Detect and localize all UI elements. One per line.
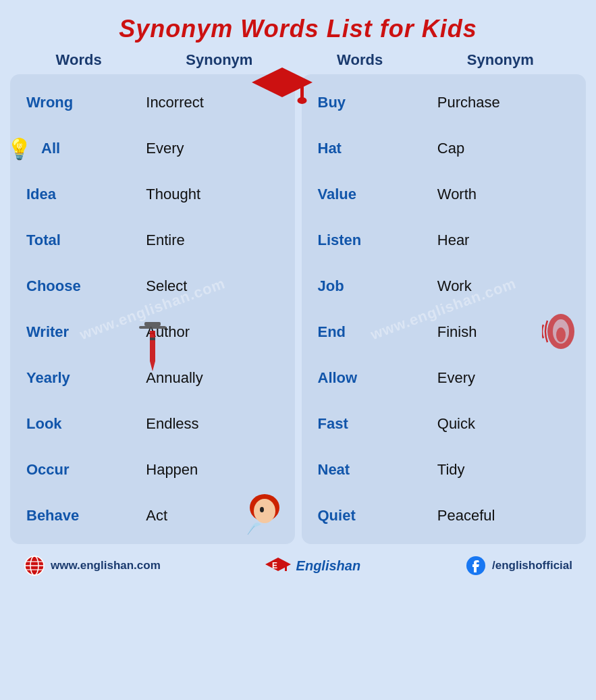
word-cell: Buy [313,94,431,111]
word-cell: Wrong [21,94,139,111]
synonym-cell: Purchase [431,94,575,111]
social-text: /englishofficial [492,559,572,572]
table-row: Writer Author [10,309,295,355]
table-row: Fast Quick [302,401,587,447]
synonym-cell: Act [139,507,283,524]
synonym-cell: Thought [139,186,283,203]
header-words-right: Words [298,51,421,69]
table-row: Behave Act [10,493,295,539]
synonym-cell: Select [139,277,283,295]
right-table: www.englishan.com Buy Purchase Hat Cap V… [302,74,587,544]
table-row: Choose Select [10,263,295,309]
word-cell: Look [21,415,139,433]
word-cell: Value [313,186,431,203]
synonym-cell: Cap [431,140,575,157]
table-row: Yearly Annually [10,355,295,401]
table-row: Quiet Peaceful [302,493,587,539]
word-cell: Idea [21,186,139,203]
left-rows: Wrong Incorrect 💡 All Every Idea Thought… [10,80,295,539]
synonym-cell: Happen [139,461,283,479]
synonym-cell: Entire [139,232,283,249]
footer-social: /englishofficial [465,555,572,576]
table-row: Value Worth [302,171,587,217]
website-text: www.englishan.com [51,559,161,572]
svg-rect-22 [285,564,287,571]
footer-website: www.englishan.com [24,555,161,576]
header-row: Words Synonym Words Synonym [10,49,586,72]
table-row: Look Endless [10,401,295,447]
header-words-left: Words [17,51,140,69]
table-row: 💡 All Every [10,126,295,171]
word-cell: Occur [21,461,139,479]
table-row: Neat Tidy [302,447,587,493]
brand-icon: E [265,555,291,576]
table-row: Occur Happen [10,447,295,493]
brand-text: Englishan [296,558,361,574]
table-row: Listen Hear [302,217,587,263]
synonym-cell: Hear [431,232,575,249]
word-cell: All [21,140,139,157]
synonym-cell: Author [139,323,283,341]
table-row: Wrong Incorrect [10,80,295,126]
table-row: End Finish [302,309,587,355]
table-row: Hat Cap [302,126,587,171]
word-cell: Writer [21,323,139,341]
header-synonym-left: Synonym [140,51,298,69]
synonym-cell: Incorrect [139,94,283,111]
svg-marker-21 [265,558,291,571]
synonym-cell: Annually [139,369,283,387]
footer: www.englishan.com E Englishan /englishof… [10,548,586,581]
left-table: www.englishan.com Wrong Incorrect 💡 All … [10,74,295,544]
word-cell: End [313,323,431,341]
table-row: Buy Purchase [302,80,587,126]
synonym-cell: Finish [431,323,575,341]
table-row: Total Entire [10,217,295,263]
word-cell: Behave [21,507,139,524]
table-row: Allow Every [302,355,587,401]
footer-brand: E Englishan [265,555,361,576]
synonym-cell: Work [431,277,575,295]
word-cell: Job [313,277,431,295]
page-title: Synonym Words List for Kids [10,7,586,49]
word-cell: Allow [313,369,431,387]
facebook-icon [465,555,487,576]
header-synonym-right: Synonym [422,51,579,69]
synonym-cell: Tidy [431,461,575,479]
synonym-cell: Worth [431,186,575,203]
table-row: Job Work [302,263,587,309]
word-cell: Hat [313,140,431,157]
synonym-cell: Every [431,369,575,387]
word-cell: Fast [313,415,431,433]
content-area: www.englishan.com Wrong Incorrect 💡 All … [10,74,586,544]
synonym-cell: Peaceful [431,507,575,524]
globe-icon [24,555,45,576]
word-cell: Yearly [21,369,139,387]
word-cell: Quiet [313,507,431,524]
synonym-cell: Every [139,140,283,157]
page-wrapper: Synonym Words List for Kids Words Synony… [0,0,596,587]
word-cell: Choose [21,277,139,295]
right-rows: Buy Purchase Hat Cap Value Worth Listen … [302,80,587,539]
word-cell: Listen [313,232,431,249]
synonym-cell: Quick [431,415,575,433]
svg-text:E: E [272,561,277,570]
word-cell: Neat [313,461,431,479]
synonym-cell: Endless [139,415,283,433]
table-row: Idea Thought [10,171,295,217]
word-cell: Total [21,232,139,249]
